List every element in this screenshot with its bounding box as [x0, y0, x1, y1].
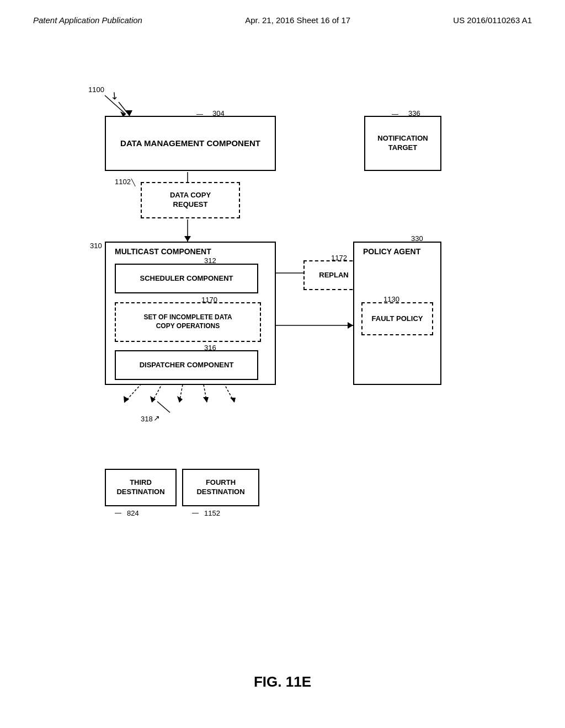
set-incomplete-box: SET OF INCOMPLETE DATA COPY OPERATIONS — [115, 302, 261, 342]
header-date-sheet: Apr. 21, 2016 Sheet 16 of 17 — [245, 15, 350, 25]
ref-1100: 1100 — [88, 85, 104, 94]
header-publication-label: Patent Application Publication — [33, 15, 142, 25]
data-copy-request-label: DATA COPY REQUEST — [170, 191, 211, 210]
ref-1102-line: ╲ — [131, 179, 135, 186]
policy-agent-label: POLICY AGENT — [363, 247, 420, 256]
svg-marker-7 — [184, 236, 191, 242]
fault-policy-label: FAULT POLICY — [372, 314, 423, 324]
svg-marker-15 — [150, 396, 156, 403]
fault-policy-box: FAULT POLICY — [361, 302, 433, 335]
dispatcher-component-box: DISPATCHER COMPONENT — [115, 350, 258, 380]
ref-824-dash: — — [115, 509, 121, 517]
ref-316: 316 — [204, 344, 216, 352]
svg-marker-13 — [124, 396, 129, 403]
set-incomplete-label: SET OF INCOMPLETE DATA COPY OPERATIONS — [143, 313, 232, 330]
ref-312: 312 — [204, 256, 216, 265]
ref-1170: 1170 — [201, 296, 217, 304]
diagram: 1100 ↘ DATA MANAGEMENT COMPONENT 304 — N… — [33, 44, 532, 667]
header: Patent Application Publication Apr. 21, … — [0, 15, 565, 25]
svg-line-22 — [157, 402, 170, 413]
ref-318-arrow: ↗ — [153, 414, 160, 422]
svg-marker-17 — [177, 396, 183, 403]
ref-824: 824 — [127, 509, 139, 517]
data-management-box: DATA MANAGEMENT COMPONENT — [105, 116, 276, 171]
ref-330: 330 — [411, 234, 423, 243]
svg-line-0 — [119, 102, 130, 116]
notification-target-label: NOTIFICATION TARGET — [377, 134, 428, 153]
page: Patent Application Publication Apr. 21, … — [0, 0, 565, 728]
svg-marker-19 — [203, 397, 209, 403]
data-management-label: DATA MANAGEMENT COMPONENT — [120, 138, 260, 149]
header-patent-number: US 2016/0110263 A1 — [453, 15, 532, 25]
ref-304-line: — — [196, 110, 203, 118]
ref-1102: 1102 — [115, 178, 131, 186]
svg-marker-11 — [348, 322, 353, 329]
figure-caption: FIG. 11E — [254, 673, 311, 690]
scheduler-label: SCHEDULER COMPONENT — [140, 274, 233, 283]
svg-marker-21 — [230, 398, 236, 403]
replan-label: REPLAN — [319, 271, 348, 280]
fourth-destination-box: FOURTH DESTINATION — [182, 469, 259, 506]
ref-318: 318 — [141, 415, 153, 423]
ref-304: 304 — [212, 109, 225, 117]
third-destination-label: THIRD DESTINATION — [116, 478, 164, 497]
ref-1152: 1152 — [204, 509, 220, 517]
ref-336-line: — — [392, 110, 398, 118]
arrow-1100: ↘ — [108, 88, 122, 103]
ref-310: 310 — [90, 242, 102, 250]
notification-target-box: NOTIFICATION TARGET — [364, 116, 441, 171]
ref-1172: 1172 — [331, 254, 347, 262]
fourth-destination-label: FOURTH DESTINATION — [196, 478, 244, 497]
multicast-label: MULTICAST COMPONENT — [115, 247, 211, 256]
scheduler-component-box: SCHEDULER COMPONENT — [115, 264, 258, 293]
svg-marker-1 — [126, 110, 132, 116]
ref-1130: 1130 — [383, 295, 399, 303]
dispatcher-label: DISPATCHER COMPONENT — [140, 361, 234, 370]
data-copy-request-box: DATA COPY REQUEST — [141, 182, 240, 218]
ref-336: 336 — [408, 109, 420, 117]
ref-1152-dash: — — [192, 509, 199, 517]
third-destination-box: THIRD DESTINATION — [105, 469, 177, 506]
